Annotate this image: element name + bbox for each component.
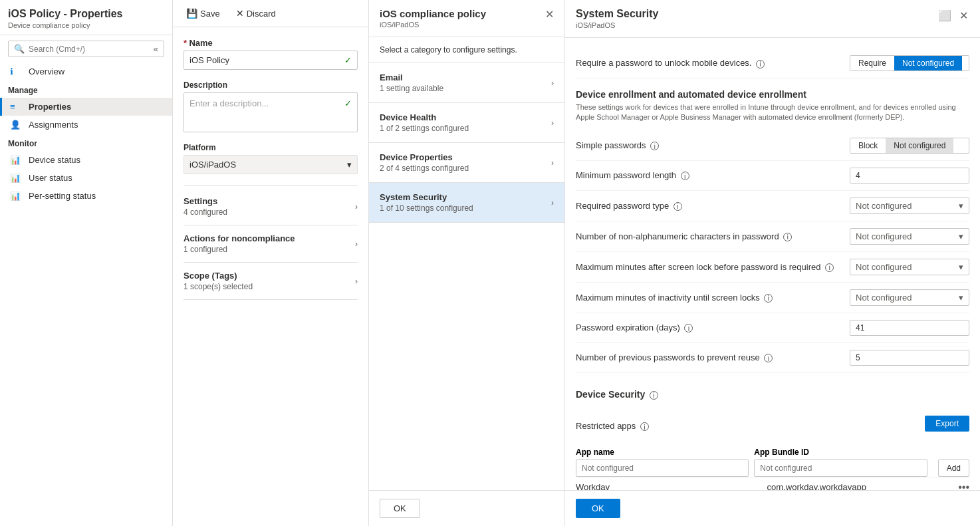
password-expiration-value[interactable]: 41 <box>850 320 969 336</box>
password-expiration-row: Password expiration (days) i 41 <box>576 313 969 343</box>
actions-nav-item[interactable]: Actions for noncompliance 1 configured › <box>184 225 358 263</box>
max-inactivity-info-icon[interactable]: i <box>764 294 773 303</box>
search-box[interactable]: 🔍 « <box>8 41 164 57</box>
monitor-section-label: Monitor <box>0 134 172 151</box>
description-field-group: Description Enter a description... ✓ <box>184 80 358 132</box>
app-name-col-label: App name <box>576 448 749 457</box>
app-input-row: App name App Bundle ID Add <box>576 448 969 477</box>
password-expiration-info-icon[interactable]: i <box>684 324 693 332</box>
compliance-title: iOS compliance policy <box>380 8 486 19</box>
simple-passwords-info-icon[interactable]: i <box>650 142 659 150</box>
security-expand-button[interactable]: ⬜ <box>937 8 953 23</box>
compliance-item-device-properties[interactable]: Device Properties 2 of 4 settings config… <box>369 143 564 183</box>
per-setting-icon: 📊 <box>10 191 23 201</box>
platform-field-group: Platform iOS/iPadOS ▾ <box>184 143 358 174</box>
discard-button[interactable]: ✕ Discard <box>233 7 279 20</box>
non-alphanumeric-dropdown[interactable]: Not configured ▾ <box>850 228 969 245</box>
compliance-item-device-health[interactable]: Device Health 1 of 2 settings configured… <box>369 103 564 143</box>
password-expiration-label: Password expiration (days) i <box>576 323 850 332</box>
not-configured-require-btn[interactable]: Not configured <box>894 56 962 70</box>
compliance-header-left: iOS compliance policy iOS/iPadOS <box>380 8 486 29</box>
required-password-type-label: Required password type i <box>576 201 850 211</box>
required-password-type-row: Required password type i Not configured … <box>576 191 969 221</box>
properties-icon: ≡ <box>10 102 23 112</box>
compliance-device-health-sub: 1 of 2 settings configured <box>380 124 546 133</box>
settings-subtitle: 4 configured <box>184 207 350 217</box>
actions-title: Actions for noncompliance <box>184 233 350 243</box>
sidebar-item-device-status[interactable]: 📊 Device status <box>0 151 172 169</box>
scope-nav-item[interactable]: Scope (Tags) 1 scope(s) selected › <box>184 263 358 300</box>
compliance-item-system-security[interactable]: System Security 1 of 10 settings configu… <box>369 183 564 223</box>
app-name-input[interactable] <box>576 460 749 477</box>
sidebar-item-per-setting-status[interactable]: 📊 Per-setting status <box>0 187 172 205</box>
min-password-length-control: 4 <box>850 168 969 184</box>
previous-passwords-info-icon[interactable]: i <box>764 354 773 362</box>
require-password-info-icon[interactable]: i <box>756 60 765 68</box>
min-password-value[interactable]: 4 <box>850 168 969 184</box>
app-row-dots-menu[interactable]: ••• <box>958 481 969 490</box>
require-btn[interactable]: Require <box>850 56 894 70</box>
description-label: Description <box>184 80 358 90</box>
required-password-type-dropdown[interactable]: Not configured ▾ <box>850 197 969 214</box>
security-ok-button[interactable]: OK <box>576 499 620 518</box>
max-minutes-screen-lock-row: Maximum minutes after screen lock before… <box>576 252 969 283</box>
sidebar-item-overview[interactable]: ℹ Overview <box>0 63 172 80</box>
settings-nav-item[interactable]: Settings 4 configured › <box>184 188 358 225</box>
security-close-button[interactable]: ✕ <box>958 8 969 23</box>
require-password-row: Require a password to unlock mobile devi… <box>576 49 969 78</box>
previous-passwords-row: Number of previous passwords to prevent … <box>576 343 969 373</box>
restricted-apps-info-icon[interactable]: i <box>640 422 649 431</box>
sidebar-item-assignments-label: Assignments <box>29 120 78 130</box>
name-input[interactable]: iOS Policy ✓ <box>184 51 358 70</box>
non-alphanumeric-row: Number of non-alphanumeric characters in… <box>576 221 969 252</box>
not-configured-simple-btn[interactable]: Not configured <box>886 138 953 153</box>
app-bundle-workday: com.workday.workdayapp <box>767 482 953 490</box>
compliance-item-email[interactable]: Email 1 setting available › <box>369 63 564 103</box>
simple-passwords-toggle: Block Not configured <box>850 138 969 154</box>
max-minutes-screen-lock-dropdown[interactable]: Not configured ▾ <box>850 259 969 275</box>
compliance-ok-button[interactable]: OK <box>380 499 420 518</box>
sidebar-item-overview-label: Overview <box>29 66 64 76</box>
restricted-apps-heading-row: Restricted apps i Export <box>576 410 969 442</box>
sidebar-item-user-status[interactable]: 📊 User status <box>0 169 172 187</box>
max-minutes-inactivity-dropdown[interactable]: Not configured ▾ <box>850 289 969 306</box>
app-bundle-col-label: App Bundle ID <box>754 448 927 457</box>
search-icon: 🔍 <box>14 44 25 54</box>
non-alpha-info-icon[interactable]: i <box>783 233 792 241</box>
add-app-button[interactable]: Add <box>938 460 969 477</box>
platform-select[interactable]: iOS/iPadOS ▾ <box>184 155 358 174</box>
compliance-header: iOS compliance policy iOS/iPadOS ✕ <box>369 0 564 37</box>
actions-content: Actions for noncompliance 1 configured <box>184 233 350 254</box>
security-footer: OK <box>565 490 980 526</box>
app-bundle-input[interactable] <box>754 460 927 477</box>
settings-content: Settings 4 configured <box>184 196 350 217</box>
compliance-footer: OK <box>369 490 564 526</box>
simple-passwords-control: Block Not configured <box>850 138 969 154</box>
save-icon: 💾 <box>186 8 197 19</box>
description-input[interactable]: Enter a description... ✓ <box>184 92 358 132</box>
sidebar-item-assignments[interactable]: 👤 Assignments <box>0 116 172 134</box>
max-minutes-inactivity-row: Maximum minutes of inactivity until scre… <box>576 283 969 313</box>
collapse-icon[interactable]: « <box>154 44 158 54</box>
sidebar-item-properties[interactable]: ≡ Properties <box>0 98 172 116</box>
require-password-control: Require Not configured <box>850 55 969 71</box>
sidebar-item-user-status-label: User status <box>29 173 72 183</box>
properties-panel: 💾 Save ✕ Discard * Name iOS Policy ✓ Des… <box>173 0 369 526</box>
scope-content: Scope (Tags) 1 scope(s) selected <box>184 271 350 291</box>
previous-passwords-value[interactable]: 5 <box>850 350 969 366</box>
save-button[interactable]: 💾 Save <box>184 7 223 20</box>
device-security-section: Device Security i Restricted apps i Expo… <box>576 384 969 490</box>
min-password-info-icon[interactable]: i <box>681 172 689 180</box>
required-password-type-value: Not configured <box>856 201 912 211</box>
properties-body: * Name iOS Policy ✓ Description Enter a … <box>173 27 368 526</box>
block-btn[interactable]: Block <box>850 138 886 153</box>
device-security-info-icon[interactable]: i <box>650 391 658 400</box>
max-minutes-screen-info-icon[interactable]: i <box>825 263 834 272</box>
scope-subtitle: 1 scope(s) selected <box>184 282 350 291</box>
export-button[interactable]: Export <box>925 416 969 432</box>
compliance-email-chevron: › <box>551 78 554 88</box>
search-input[interactable] <box>29 45 151 54</box>
security-subtitle: iOS/iPadOS <box>576 21 659 29</box>
req-password-type-info-icon[interactable]: i <box>674 202 682 211</box>
compliance-close-button[interactable]: ✕ <box>545 8 554 21</box>
